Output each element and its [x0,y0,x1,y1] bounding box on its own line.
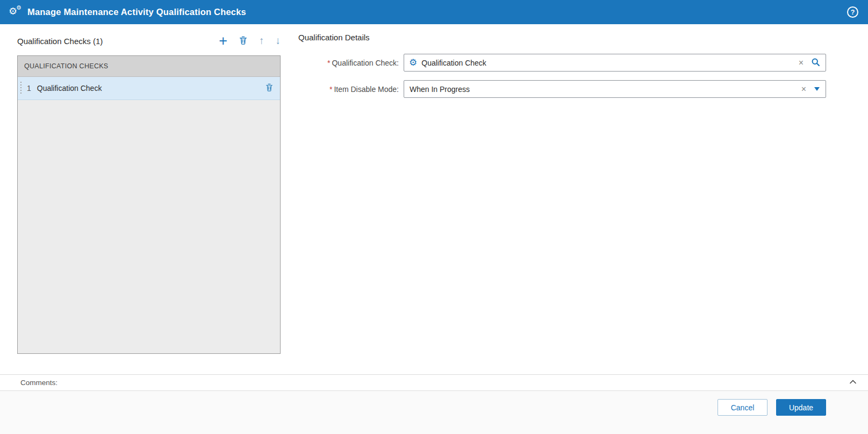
page-title: Manage Maintenance Activity Qualificatio… [27,7,246,17]
list-item[interactable]: 1 Qualification Check [18,77,280,100]
qualification-check-input[interactable]: ⚙ Qualification Check × [404,54,826,72]
drag-handle-icon[interactable] [20,82,22,95]
row-label: Qualification Check [37,84,265,93]
row-delete-button[interactable] [265,83,274,94]
qualification-check-icon: ⚙ [409,58,417,67]
comments-label: Comments: [20,379,58,387]
chevron-down-icon [814,87,820,91]
gear-small-icon: ⚙ [16,5,21,11]
item-disable-mode-value: When In Progress [404,85,796,94]
help-icon: ? [851,9,855,16]
qualification-checks-list: QUALIFICATION CHECKS 1 Qualification Che… [17,55,281,354]
clear-button[interactable]: × [793,59,809,67]
qualification-check-label: *Qualification Check: [298,59,404,67]
list-column-header: QUALIFICATION CHECKS [18,56,280,77]
list-toolbar: + ↑ ↓ [219,35,281,47]
qualification-details-section: Qualification Details *Qualification Che… [298,33,826,106]
trash-icon [265,83,274,94]
search-icon [811,58,820,68]
qualification-checks-title: Qualification Checks (1) [17,37,103,46]
row-index: 1 [27,84,31,93]
footer: Cancel Update [0,391,868,434]
cancel-button[interactable]: Cancel [718,399,767,416]
qualification-check-label-text: Qualification Check: [332,59,399,67]
update-button[interactable]: Update [776,399,826,416]
titlebar: ⚙ ⚙ Manage Maintenance Activity Qualific… [0,0,868,24]
dropdown-toggle-button[interactable] [812,87,826,91]
trash-icon [239,35,248,47]
required-asterisk: * [329,85,332,94]
chevron-up-icon [849,378,857,388]
item-disable-mode-field-row: *Item Disable Mode: When In Progress × [298,80,826,98]
main-area: Qualification Checks (1) + ↑ ↓ QUALIFICA… [0,24,868,374]
add-button[interactable]: + [219,35,227,47]
gears-icon: ⚙ ⚙ [9,5,24,19]
move-down-button[interactable]: ↓ [276,35,281,46]
qualification-check-field-row: *Qualification Check: ⚙ Qualification Ch… [298,54,826,72]
qualification-check-value: Qualification Check [421,59,793,67]
details-title: Qualification Details [298,33,826,42]
item-disable-mode-select[interactable]: When In Progress × [404,80,826,98]
move-up-button[interactable]: ↑ [259,35,264,46]
clear-button[interactable]: × [796,85,812,94]
qualification-checks-panel-header: Qualification Checks (1) + ↑ ↓ [17,33,281,49]
comments-collapse-button[interactable] [849,378,857,388]
lookup-search-button[interactable] [809,58,826,68]
item-disable-mode-label-text: Item Disable Mode: [334,85,399,94]
delete-button[interactable] [239,35,248,47]
help-button[interactable]: ? [847,6,858,18]
comments-bar: Comments: [0,374,868,391]
item-disable-mode-label: *Item Disable Mode: [298,85,404,94]
required-asterisk: * [327,59,330,67]
